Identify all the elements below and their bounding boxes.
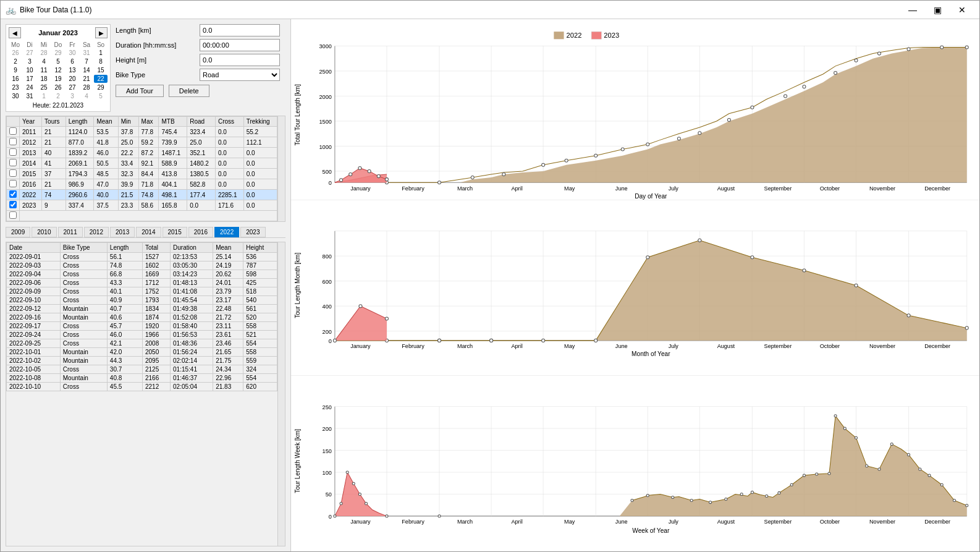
tour-row[interactable]: 2022-09-25 Cross 42.1 2008 01:48:36 23.4…: [7, 339, 277, 348]
calendar-day-13[interactable]: 13: [65, 66, 79, 74]
calendar-day-19[interactable]: 19: [51, 75, 65, 83]
calendar-day-18[interactable]: 18: [37, 75, 51, 83]
calendar-day-22[interactable]: 22: [94, 75, 108, 83]
calendar-day-3[interactable]: 3: [65, 92, 79, 100]
tour-row[interactable]: 2022-09-10 Cross 40.9 1793 01:45:54 23.1…: [7, 296, 277, 305]
add-tour-button[interactable]: Add Tour: [116, 85, 164, 97]
year-tab-2012[interactable]: 2012: [84, 227, 109, 237]
year-tab-2014[interactable]: 2014: [136, 227, 161, 237]
next-month-button[interactable]: ▶: [95, 27, 108, 38]
calendar-day-2[interactable]: 2: [9, 57, 22, 66]
calendar-day-3[interactable]: 3: [23, 57, 36, 66]
year-tab-2016[interactable]: 2016: [188, 227, 213, 237]
year-tab-2011[interactable]: 2011: [58, 227, 83, 237]
tours-scroll[interactable]: [277, 242, 285, 546]
year-tab-2013[interactable]: 2013: [110, 227, 135, 237]
calendar-day-1[interactable]: 1: [94, 49, 108, 57]
calendar-day-29[interactable]: 29: [51, 49, 65, 57]
calendar-day-26[interactable]: 26: [9, 49, 22, 57]
calendar-day-28[interactable]: 28: [80, 83, 93, 91]
calendar-day-30[interactable]: 30: [9, 92, 22, 100]
stats-row-2015[interactable]: 2015371794.348.532.384.4413.81380.50.00.…: [7, 169, 277, 179]
stats-scroll[interactable]: [277, 116, 285, 221]
year-tab-2023[interactable]: 2023: [240, 227, 265, 237]
tours-table-wrap[interactable]: Date Bike Type Length Total Duration Mea…: [6, 242, 277, 546]
calendar-day-27[interactable]: 27: [65, 83, 79, 91]
row-checkbox-2022[interactable]: [7, 190, 20, 200]
minimize-button[interactable]: —: [900, 1, 925, 19]
stats-row-2014[interactable]: 2014412069.150.533.492.1588.91480.20.00.…: [7, 158, 277, 169]
tour-duration: 01:45:54: [171, 296, 213, 305]
row-checkbox-2013[interactable]: [7, 148, 20, 158]
tour-row[interactable]: 2022-09-09 Cross 40.1 1752 01:41:08 23.7…: [7, 287, 277, 296]
calendar-day-8[interactable]: 8: [94, 57, 108, 66]
row-checkbox-2014[interactable]: [7, 158, 20, 169]
calendar-day-5[interactable]: 5: [51, 57, 65, 66]
delete-button[interactable]: Delete: [169, 85, 209, 97]
year-tab-2009[interactable]: 2009: [6, 227, 30, 237]
calendar-day-23[interactable]: 23: [9, 83, 22, 91]
row-checkbox-2015[interactable]: [7, 169, 20, 179]
calendar-day-30[interactable]: 30: [65, 49, 79, 57]
year-tab-2015[interactable]: 2015: [163, 227, 187, 237]
calendar-day-4[interactable]: 4: [37, 57, 51, 66]
tour-row[interactable]: 2022-10-08 Mountain 40.8 2166 01:46:37 2…: [7, 374, 277, 383]
stats-table-wrap[interactable]: Year Tours Length Mean Min Max MTB Road …: [6, 116, 277, 221]
tour-row[interactable]: 2022-10-01 Mountain 42.0 2050 01:56:24 2…: [7, 348, 277, 357]
stats-row-2023[interactable]: 20239337.437.523.358.6165.80.0171.60.0: [7, 200, 277, 211]
calendar-day-16[interactable]: 16: [9, 75, 22, 83]
height-input[interactable]: [200, 54, 280, 66]
calendar-day-28[interactable]: 28: [37, 49, 51, 57]
row-checkbox-2016[interactable]: [7, 179, 20, 190]
close-button[interactable]: ✕: [950, 1, 974, 19]
bike-type-select[interactable]: Road Mountain Cross Trekking: [200, 69, 280, 81]
stats-row-2016[interactable]: 201621986.947.039.971.8404.1582.80.00.0: [7, 179, 277, 190]
tour-row[interactable]: 2022-09-16 Mountain 40.6 1874 01:52:08 2…: [7, 313, 277, 322]
tour-row[interactable]: 2022-09-03 Cross 74.8 1602 03:05:30 24.1…: [7, 261, 277, 270]
row-checkbox-2011[interactable]: [7, 127, 20, 137]
calendar-day-15[interactable]: 15: [94, 66, 108, 74]
calendar-day-21[interactable]: 21: [80, 75, 93, 83]
maximize-button[interactable]: ▣: [925, 1, 950, 19]
stats-row-2022[interactable]: 2022742960.640.021.574.8498.1177.42285.1…: [7, 190, 277, 200]
tour-row[interactable]: 2022-10-02 Mountain 44.3 2095 02:02:14 2…: [7, 357, 277, 365]
calendar-day-26[interactable]: 26: [51, 83, 65, 91]
stats-row-2012[interactable]: 201221877.041.825.059.2739.925.00.0112.1: [7, 137, 277, 148]
stats-row-2013[interactable]: 2013401839.246.022.287.21487.1352.10.00.…: [7, 148, 277, 158]
calendar-day-24[interactable]: 24: [23, 83, 36, 91]
calendar-day-31[interactable]: 31: [80, 49, 93, 57]
stats-row-2011[interactable]: 2011211124.053.537.877.8745.4323.40.055.…: [7, 127, 277, 137]
tour-row[interactable]: 2022-09-06 Cross 43.3 1712 01:48:13 24.0…: [7, 279, 277, 287]
calendar-day-1[interactable]: 1: [37, 92, 51, 100]
calendar-day-20[interactable]: 20: [65, 75, 79, 83]
year-tab-2010[interactable]: 2010: [32, 227, 56, 237]
calendar-day-12[interactable]: 12: [51, 66, 65, 74]
calendar-day-9[interactable]: 9: [9, 66, 22, 74]
calendar-day-10[interactable]: 10: [23, 66, 36, 74]
row-checkbox-2012[interactable]: [7, 137, 20, 148]
calendar-day-14[interactable]: 14: [80, 66, 93, 74]
calendar-day-29[interactable]: 29: [94, 83, 108, 91]
tour-row[interactable]: 2022-09-12 Mountain 40.7 1834 01:49:38 2…: [7, 305, 277, 313]
calendar-day-31[interactable]: 31: [23, 92, 36, 100]
calendar-day-11[interactable]: 11: [37, 66, 51, 74]
tour-row[interactable]: 2022-09-01 Cross 56.1 1527 02:13:53 25.1…: [7, 253, 277, 261]
calendar-day-17[interactable]: 17: [23, 75, 36, 83]
prev-month-button[interactable]: ◀: [9, 27, 21, 38]
calendar-day-25[interactable]: 25: [37, 83, 51, 91]
tour-row[interactable]: 2022-10-05 Cross 30.7 2125 01:15:41 24.3…: [7, 365, 277, 374]
row-checkbox-2023[interactable]: [7, 200, 20, 211]
calendar-day-27[interactable]: 27: [23, 49, 36, 57]
tour-row[interactable]: 2022-09-04 Cross 66.8 1669 03:14:23 20.6…: [7, 270, 277, 279]
duration-input[interactable]: [200, 39, 280, 51]
calendar-day-4[interactable]: 4: [80, 92, 93, 100]
calendar-day-6[interactable]: 6: [65, 57, 79, 66]
tour-row[interactable]: 2022-09-17 Cross 45.7 1920 01:58:40 23.1…: [7, 322, 277, 331]
length-input[interactable]: [200, 24, 280, 36]
tour-row[interactable]: 2022-09-24 Cross 46.0 1966 01:56:53 23.6…: [7, 331, 277, 339]
year-tab-2022[interactable]: 2022: [214, 227, 239, 237]
calendar-day-5[interactable]: 5: [94, 92, 108, 100]
tour-row[interactable]: 2022-10-10 Cross 45.5 2212 02:05:04 21.8…: [7, 383, 277, 391]
calendar-day-2[interactable]: 2: [51, 92, 65, 100]
calendar-day-7[interactable]: 7: [80, 57, 93, 66]
